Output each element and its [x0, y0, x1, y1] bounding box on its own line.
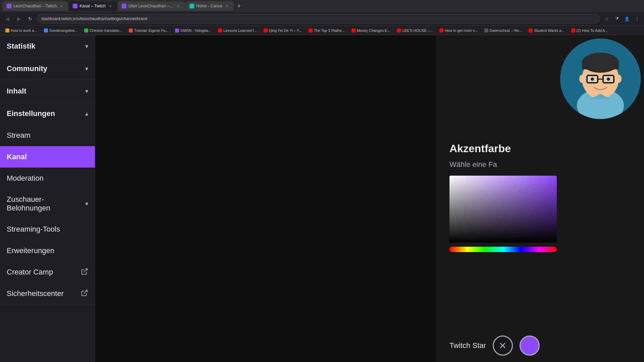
sidebar-header-community[interactable]: Community ▾	[0, 58, 95, 80]
tab-title-3: Über LeonChaudhari – Twitch	[128, 4, 173, 8]
bookmark-12[interactable]: Datenschutz – Re...	[482, 28, 525, 33]
sidebar-header-statistik[interactable]: Statistik ▾	[0, 35, 95, 57]
sidebar-item-streaming-tools[interactable]: Streaming-Tools	[0, 219, 95, 240]
sidebar-section-community: Community ▾	[0, 58, 95, 80]
bookmark-favicon-14	[571, 28, 575, 33]
avatar-svg	[560, 39, 641, 119]
accent-subtitle: Wähle eine Fa	[449, 160, 631, 169]
address-bar[interactable]: dashboard.twitch.tv/u/leonchaudhari/sett…	[37, 14, 600, 23]
sidebar-item-erweiterungen[interactable]: Erweiterungen	[0, 240, 95, 261]
svg-line-1	[84, 290, 87, 293]
sidebar-item-creator-camp[interactable]: Creator Camp	[0, 261, 95, 283]
community-label: Community	[7, 64, 47, 73]
sidebar-section-inhalt: Inhalt ▾	[0, 80, 95, 103]
refresh-button[interactable]: ↻	[25, 14, 35, 23]
profile-icon[interactable]: 👤	[623, 14, 631, 23]
bookmark-label-6: Lessons Learned f...	[223, 28, 257, 33]
bookmark-label-1: How to work a...	[11, 28, 37, 33]
new-tab-button[interactable]: +	[234, 1, 244, 11]
sidebar-header-inhalt[interactable]: Inhalt ▾	[0, 80, 95, 102]
tab-close-2[interactable]: ✕	[108, 3, 113, 9]
bookmark-label-14: (2) How To Add A...	[577, 28, 608, 33]
bookmark-favicon-5	[175, 28, 179, 33]
menu-icon[interactable]: ⋮	[633, 14, 641, 23]
bookmark-favicon-8	[309, 28, 313, 33]
bookmark-favicon-6	[218, 28, 222, 33]
right-panel: Akzentfarbe Wähle eine Fa Twitch Star ✕	[436, 35, 644, 362]
bookmark-favicon-9	[352, 28, 356, 33]
bookmark-11[interactable]: How to get more v...	[437, 28, 480, 33]
stream-label: Stream	[7, 131, 31, 140]
bookmark-label-13: Student Wants a...	[534, 28, 564, 33]
inhalt-label: Inhalt	[7, 87, 26, 96]
bookmark-6[interactable]: Lessons Learned f...	[215, 28, 260, 33]
community-chevron-icon: ▾	[85, 65, 88, 72]
sidebar-header-einstellungen[interactable]: Einstellungen ▴	[0, 103, 95, 125]
bookmarks-bar: How to work a... Sonderangebot... Chines…	[0, 25, 644, 35]
svg-line-0	[84, 268, 87, 272]
nav-icons: ☆ ⧩ 👤 ⋮	[602, 14, 641, 23]
tab-close-1[interactable]: ✕	[59, 3, 64, 9]
bookmark-9[interactable]: Money Changes E...	[349, 28, 393, 33]
bookmark-label-7: Qing Fei De Yi – Y...	[269, 28, 302, 33]
moderation-label: Moderation	[7, 174, 44, 183]
bookmark-label-11: How to get more v...	[445, 28, 478, 33]
color-dot[interactable]	[520, 336, 540, 356]
tab-close-3[interactable]: ✕	[175, 3, 181, 9]
bookmark-1[interactable]: How to work a...	[3, 28, 40, 33]
sidebar-item-kanal[interactable]: Kanal	[0, 146, 95, 168]
statistik-label: Statistik	[7, 42, 36, 51]
sidebar-item-stream[interactable]: Stream	[0, 125, 95, 146]
tab-favicon-1	[7, 4, 11, 8]
bookmark-favicon-1	[5, 28, 9, 33]
twitch-star-label: Twitch Star	[449, 341, 486, 350]
bookmark-favicon-7	[264, 28, 268, 33]
avatar-container	[543, 35, 644, 122]
svg-rect-7	[582, 63, 619, 69]
bookmark-label-2: Sonderangebot...	[49, 28, 77, 33]
sidebar-item-sicherheitscenter[interactable]: Sicherheitscenter	[0, 283, 95, 304]
close-button[interactable]: ✕	[493, 336, 513, 356]
bookmark-8[interactable]: The Top 3 Platfor...	[306, 28, 347, 33]
forward-button[interactable]: ▶	[14, 14, 23, 23]
bookmark-4[interactable]: Tutorial: Eigene Fa...	[126, 28, 171, 33]
bookmark-label-4: Tutorial: Eigene Fa...	[134, 28, 168, 33]
bookmark-label-5: GMSN - Vologda...	[180, 28, 211, 33]
sicherheitscenter-external-icon	[81, 289, 88, 298]
tab-bar: LeonChaudhari – Twitch ✕ Kanal – Twitch …	[0, 0, 644, 12]
bottom-bar: Twitch Star ✕	[449, 336, 540, 356]
tab-kanal[interactable]: Kanal – Twitch ✕	[69, 1, 117, 11]
sidebar-item-zuschauer[interactable]: Zuschauer-Belohnungen ▾	[0, 189, 95, 219]
tab-ueber[interactable]: Über LeonChaudhari – Twitch ✕	[118, 1, 185, 11]
close-icon: ✕	[499, 340, 506, 351]
bookmark-10[interactable]: LEE'S HOUSE –...	[394, 28, 435, 33]
bookmark-13[interactable]: Student Wants a...	[526, 28, 567, 33]
browser-chrome: LeonChaudhari – Twitch ✕ Kanal – Twitch …	[0, 0, 644, 35]
bookmark-14[interactable]: (2) How To Add A...	[569, 28, 611, 33]
bookmark-7[interactable]: Qing Fei De Yi – Y...	[261, 28, 305, 33]
bookmark-star-icon[interactable]: ☆	[602, 14, 611, 23]
kanal-label: Kanal	[7, 153, 27, 161]
tab-favicon-4	[190, 4, 194, 8]
color-picker-area[interactable]	[449, 176, 557, 243]
back-button[interactable]: ◀	[3, 14, 12, 23]
bookmark-3[interactable]: Chinese translatio...	[82, 28, 125, 33]
svg-point-16	[616, 75, 622, 83]
bookmark-favicon-2	[44, 28, 48, 33]
sidebar-section-statistik: Statistik ▾	[0, 35, 95, 58]
bookmark-label-12: Datenschutz – Re...	[490, 28, 522, 33]
bookmark-5[interactable]: GMSN - Vologda...	[172, 28, 214, 33]
sidebar-section-einstellungen: Einstellungen ▴ Stream Kanal Moderation …	[0, 103, 95, 305]
bookmark-favicon-13	[529, 28, 533, 33]
statistik-chevron-icon: ▾	[85, 43, 88, 50]
bookmark-favicon-12	[484, 28, 488, 33]
sidebar-item-moderation[interactable]: Moderation	[0, 168, 95, 189]
tab-close-4[interactable]: ✕	[224, 3, 229, 9]
tab-leonchaudhari[interactable]: LeonChaudhari – Twitch ✕	[3, 1, 68, 11]
bookmark-label-9: Money Changes E...	[357, 28, 390, 33]
hue-slider[interactable]	[449, 247, 557, 252]
extensions-icon[interactable]: ⧩	[612, 14, 621, 23]
bookmark-favicon-11	[439, 28, 443, 33]
bookmark-2[interactable]: Sonderangebot...	[41, 28, 80, 33]
tab-canva[interactable]: Home - Canva ✕	[185, 1, 233, 11]
